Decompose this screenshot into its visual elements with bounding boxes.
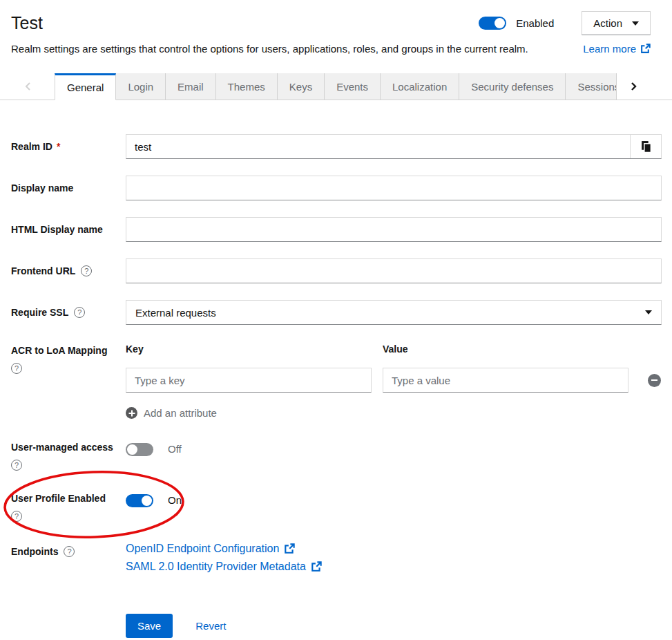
tab-sessions[interactable]: Sessions [566,73,617,100]
toggle-knob [127,444,137,455]
tabs-scroll-left-button[interactable] [0,73,55,100]
required-asterisk: * [57,141,60,152]
tabbar-filler [651,73,672,100]
realm-id-input[interactable] [126,135,630,158]
tabs-scroll-right-button[interactable] [617,73,651,100]
user-profile-enabled-toggle[interactable] [126,494,153,507]
realm-enabled-toggle[interactable] [479,17,506,30]
form-row-html-display-name: HTML Display name [11,217,662,242]
help-icon[interactable]: ? [11,460,22,471]
help-icon[interactable]: ? [64,546,75,557]
user-managed-access-state: Off [168,443,182,455]
realm-settings-tabbar: GeneralLoginEmailThemesKeysEventsLocaliz… [0,73,672,100]
caret-down-icon [632,21,639,26]
external-link-icon [284,543,295,554]
frontend-url-input[interactable] [126,258,662,283]
realm-enabled-label: Enabled [516,17,554,29]
form-row-display-name: Display name [11,176,662,200]
tab-themes[interactable]: Themes [216,73,278,100]
tab-localization[interactable]: Localization [381,73,459,100]
form-row-user-managed-access: User-managed access ? Off [11,442,662,471]
display-name-input[interactable] [126,176,662,200]
copy-to-clipboard-button[interactable] [630,135,661,158]
page-title: Test [11,13,43,33]
add-attribute-button[interactable]: Add an attribute [126,407,217,419]
tab-general[interactable]: General [55,73,116,100]
form-row-user-profile-enabled: User Profile Enabled ? On [11,493,662,522]
save-button[interactable]: Save [126,614,173,638]
toggle-knob [142,496,152,506]
tab-keys[interactable]: Keys [278,73,325,100]
add-attribute-label: Add an attribute [144,407,217,419]
remove-attribute-button[interactable] [648,374,661,387]
general-settings-form: Realm ID* Display name HTML Display name [0,100,672,640]
realm-id-label: Realm ID* [11,141,126,152]
learn-more-link[interactable]: Learn more [583,43,651,55]
saml-identity-provider-metadata-link[interactable]: SAML 2.0 Identity Provider Metadata [126,561,322,573]
external-link-icon [311,561,322,572]
help-icon[interactable]: ? [81,265,92,276]
form-row-endpoints: Endpoints ? OpenID Endpoint Configuratio… [11,543,662,573]
acr-value-header: Value [383,343,628,355]
action-dropdown-button[interactable]: Action [582,11,651,35]
acr-mapping-label: ACR to LoA Mapping ? [11,343,126,374]
acr-key-input[interactable] [126,368,372,393]
copy-icon [640,140,652,153]
form-row-frontend-url: Frontend URL ? [11,258,662,283]
form-row-require-ssl: Require SSL ? External requests [11,300,662,325]
tab-events[interactable]: Events [325,73,381,100]
action-dropdown-label: Action [593,17,622,29]
html-display-name-input[interactable] [126,217,662,242]
user-managed-access-label: User-managed access ? [11,442,126,471]
form-row-actions: Save Revert [11,614,662,638]
user-profile-enabled-label: User Profile Enabled ? [11,493,126,522]
chevron-right-icon [631,82,637,91]
frontend-url-label: Frontend URL ? [11,265,126,276]
realm-settings-description: Realm settings are settings that control… [11,43,528,55]
tab-security-defenses[interactable]: Security defenses [459,73,566,100]
acr-value-input[interactable] [383,368,628,393]
html-display-name-label: HTML Display name [11,224,126,235]
user-profile-enabled-state: On [168,494,182,506]
tab-email[interactable]: Email [166,73,216,100]
chevron-left-icon [24,82,31,91]
form-row-acr-mapping: ACR to LoA Mapping ? Key Value Add an at… [11,343,662,422]
help-icon[interactable]: ? [11,363,22,374]
caret-down-icon [645,310,652,314]
revert-button[interactable]: Revert [195,620,226,632]
page-header: Test Enabled Action Realm settings are s… [0,0,672,55]
endpoints-label: Endpoints ? [11,543,126,557]
learn-more-label: Learn more [583,43,636,55]
form-row-realm-id: Realm ID* [11,134,662,159]
display-name-label: Display name [11,182,126,194]
require-ssl-select[interactable]: External requests [126,300,662,325]
plus-circle-icon [126,407,137,419]
tab-strip: GeneralLoginEmailThemesKeysEventsLocaliz… [55,73,617,100]
require-ssl-selected-value: External requests [135,307,216,319]
external-link-icon [640,44,651,54]
tab-login[interactable]: Login [116,73,166,100]
require-ssl-label: Require SSL ? [11,307,126,318]
help-icon[interactable]: ? [11,511,22,522]
toggle-knob [495,18,505,28]
help-icon[interactable]: ? [74,307,85,318]
openid-endpoint-configuration-link[interactable]: OpenID Endpoint Configuration [126,543,295,555]
user-managed-access-toggle[interactable] [126,443,153,456]
acr-key-header: Key [126,343,372,355]
